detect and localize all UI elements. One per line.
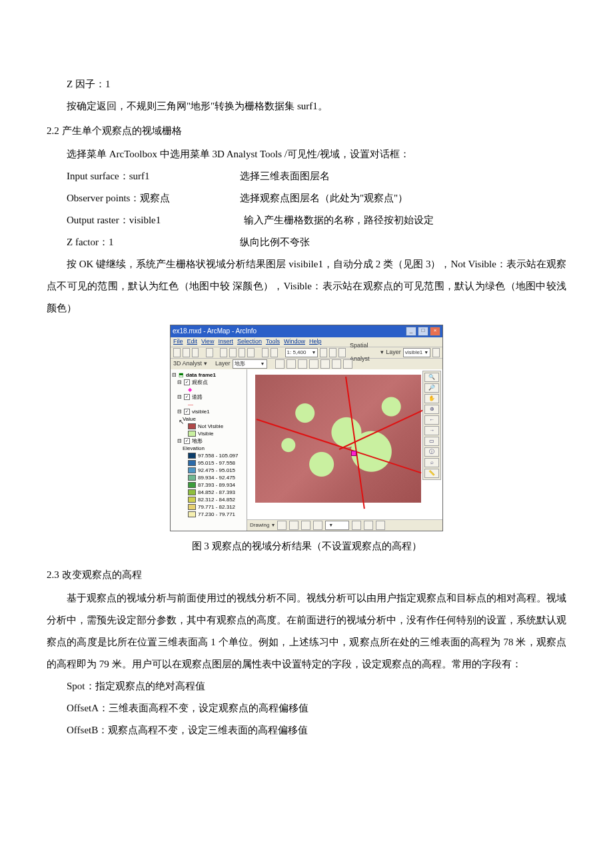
toc-layer[interactable]: ⊟✓ 观察点	[172, 379, 245, 386]
pointer-icon[interactable]	[277, 521, 287, 530]
menu-help[interactable]: Help	[309, 335, 322, 349]
range-label: 79.771 - 82.312	[198, 503, 235, 511]
steepest-icon[interactable]	[287, 359, 296, 369]
menu-tools[interactable]: Tools	[266, 335, 280, 349]
spatial-analyst-label[interactable]: Spatial Analyst	[350, 339, 378, 366]
underline-icon[interactable]	[376, 521, 385, 530]
sec22-desc: 选择菜单 ArcToolbox 中选用菜单 3D Analyst Tools /…	[47, 143, 566, 165]
interp-line-icon[interactable]	[320, 359, 330, 369]
save-icon[interactable]	[192, 348, 199, 357]
paste-icon[interactable]	[239, 348, 246, 357]
field-row: Input surface：surf1 选择三维表面图层名	[47, 165, 566, 187]
font-select[interactable]: ▼	[325, 521, 349, 530]
field-row: Z factor：1 纵向比例不夸张	[47, 231, 566, 253]
select-icon[interactable]: ▭	[424, 437, 439, 446]
maximize-button[interactable]: □	[418, 327, 428, 336]
scale-select[interactable]: 1: 5,400▼	[285, 348, 318, 357]
analyst-label[interactable]: 3D Analyst	[173, 357, 202, 371]
zoom-in-icon[interactable]: 🔍	[424, 373, 439, 382]
find-icon[interactable]: ⌕	[424, 458, 439, 467]
standard-toolbar: 1: 5,400▼ Spatial Analyst ▾ Layer visibl…	[171, 347, 442, 359]
drawing-label[interactable]: Drawing	[250, 519, 269, 531]
menu-file[interactable]: File	[173, 335, 183, 349]
range-label: 84.852 - 87.393	[198, 489, 235, 496]
sec23-spot: Spot：指定观察点的绝对高程值	[47, 675, 566, 697]
range-label: 87.393 - 89.934	[198, 481, 235, 489]
toc-elevation-range: 77.230 - 79.771	[172, 511, 245, 518]
figure-caption: 图 3 观察点的视域分析结果（不设置观察点的高程）	[47, 535, 566, 557]
tool-icon[interactable]	[320, 348, 327, 357]
color-swatch	[188, 453, 196, 459]
map-canvas[interactable]	[253, 372, 424, 507]
menu-edit[interactable]: Edit	[187, 335, 198, 349]
range-label: 95.015 - 97.558	[198, 459, 235, 467]
toc-layer[interactable]: ⊟✓ 地形	[172, 437, 245, 445]
spatial-layer-select[interactable]: visible1▼	[403, 348, 431, 357]
color-swatch	[188, 504, 196, 510]
arcmap-window: ex18.mxd - ArcMap - ArcInfo _ □ × File E…	[170, 325, 443, 531]
contour-icon[interactable]	[275, 359, 285, 369]
toc-elevation-range: 87.393 - 89.934	[172, 481, 245, 489]
field-label: Z factor：1	[67, 231, 240, 253]
toc-layer[interactable]: ⊟✓ visible1	[172, 408, 245, 415]
menu-view[interactable]: View	[201, 335, 214, 349]
range-label: 89.934 - 92.475	[198, 474, 235, 481]
bold-icon[interactable]	[352, 521, 361, 530]
interp-poly-icon[interactable]	[332, 359, 341, 369]
toc-class: Visible	[172, 430, 245, 437]
sec23-p1: 基于观察点的视域分析与前面使用过的视线分析不同。视线分析可以由用户指定观察点和目…	[47, 587, 566, 675]
redo-icon[interactable]	[271, 348, 278, 357]
interp-pt-icon[interactable]	[309, 359, 318, 369]
pan-icon[interactable]: ✋	[424, 394, 439, 403]
close-button[interactable]: ×	[430, 327, 440, 336]
figure-container: ex18.mxd - ArcMap - ArcInfo _ □ × File E…	[47, 325, 566, 557]
layer-select[interactable]: 地形▼	[233, 359, 267, 369]
section-2-3-title: 2.3 改变观察点的高程	[47, 564, 566, 586]
color-swatch	[188, 482, 196, 488]
layer-value: 地形	[235, 360, 245, 368]
measure-icon[interactable]: 📏	[424, 469, 439, 478]
identify-icon[interactable]: ⓘ	[424, 447, 439, 457]
map-panel: 🔍 🔎 ✋ ⊕ ← → ▭ ⓘ ⌕ 📏 Display Source	[247, 369, 442, 531]
color-swatch	[188, 467, 196, 473]
spatial-layer-value: visible1	[405, 349, 423, 357]
histogram-icon[interactable]	[432, 348, 440, 357]
toc-elevation-range: 97.558 - 105.097	[172, 452, 245, 459]
text-icon[interactable]	[313, 521, 322, 530]
minimize-button[interactable]: _	[406, 327, 416, 336]
new-icon[interactable]	[173, 348, 181, 357]
toc-elevation-range: 95.015 - 97.558	[172, 459, 245, 467]
los-icon[interactable]	[298, 359, 307, 369]
profile-icon[interactable]	[343, 359, 352, 369]
print-icon[interactable]	[206, 348, 213, 357]
open-icon[interactable]	[183, 348, 190, 357]
prev-extent-icon[interactable]: ←	[424, 415, 439, 425]
undo-icon[interactable]	[262, 348, 269, 357]
zoom-out-icon[interactable]: 🔎	[424, 383, 439, 393]
sec22-result: 按 OK 键继续，系统产生栅格状视域分析结果图层 visibile1，自动分成 …	[47, 253, 566, 319]
shape-icon[interactable]	[301, 521, 310, 530]
color-swatch	[188, 460, 196, 466]
toc-layer[interactable]: ⊟✓ 道路	[172, 393, 245, 401]
rotate-icon[interactable]	[289, 521, 299, 530]
field-label: Input surface：surf1	[67, 165, 240, 187]
menu-selection[interactable]: Selection	[237, 335, 262, 349]
tool-icon[interactable]	[329, 348, 336, 357]
delete-icon[interactable]	[247, 348, 255, 357]
field-value: 选择三维表面图层名	[240, 165, 566, 187]
next-extent-icon[interactable]: →	[424, 426, 439, 435]
field-row: Observer points：观察点 选择观察点图层名（此处为"观察点"）	[47, 187, 566, 209]
full-extent-icon[interactable]: ⊕	[424, 405, 439, 414]
copy-icon[interactable]	[229, 348, 237, 357]
tool-icon[interactable]	[338, 348, 346, 357]
menu-insert[interactable]: Insert	[218, 335, 233, 349]
color-swatch	[188, 497, 196, 503]
italic-icon[interactable]	[364, 521, 373, 530]
cut-icon[interactable]	[220, 348, 227, 357]
section-2-2-title: 2.2 产生单个观察点的视域栅格	[47, 120, 566, 142]
table-of-contents: ⊟⬒ data frame1 ⊟✓ 观察点 ◆ ⊟✓ 道路	[171, 369, 247, 531]
menu-window[interactable]: Window	[284, 335, 305, 349]
toc-frame[interactable]: ⊟⬒ data frame1	[172, 371, 245, 379]
observer-point	[351, 451, 356, 456]
frame-name: data frame1	[186, 371, 216, 379]
